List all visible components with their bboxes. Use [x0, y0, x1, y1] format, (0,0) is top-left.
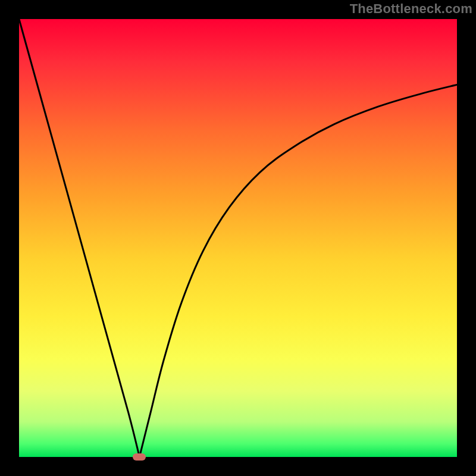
curve-right	[139, 84, 457, 457]
chart-frame: TheBottleneck.com	[0, 0, 476, 476]
min-marker	[133, 453, 146, 461]
plot-area	[19, 19, 457, 457]
curve-layer	[19, 19, 457, 457]
curve-left	[19, 19, 139, 457]
watermark-text: TheBottleneck.com	[350, 1, 472, 17]
